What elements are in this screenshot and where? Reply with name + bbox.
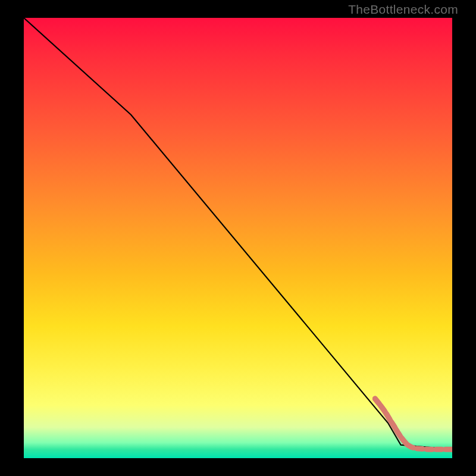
chart-frame: TheBottleneck.com bbox=[0, 0, 476, 476]
watermark-text: TheBottleneck.com bbox=[348, 2, 458, 17]
dotted-tail bbox=[375, 399, 452, 452]
chart-overlay bbox=[24, 18, 452, 458]
main-curve bbox=[24, 18, 452, 449]
